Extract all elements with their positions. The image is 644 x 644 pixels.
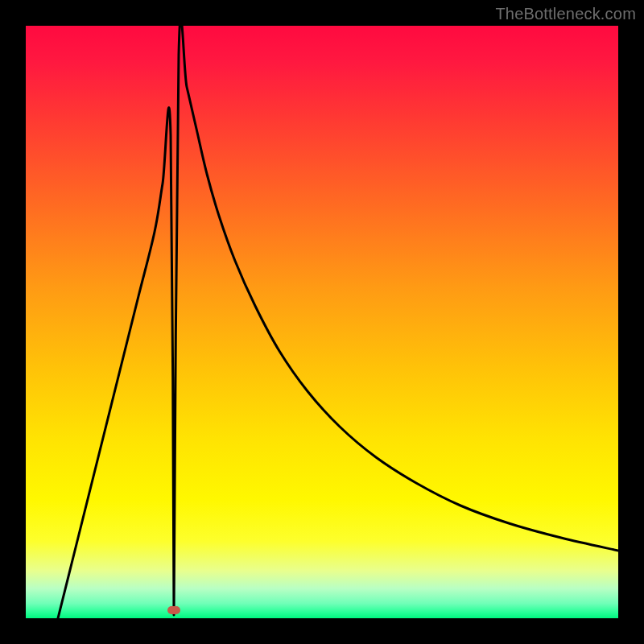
watermark-text: TheBottleneck.com [495, 5, 636, 23]
min-marker [167, 606, 180, 614]
bottleneck-curve [58, 26, 618, 618]
plot-area [26, 26, 618, 618]
chart-frame: TheBottleneck.com [0, 0, 644, 644]
curve-svg [26, 26, 618, 618]
